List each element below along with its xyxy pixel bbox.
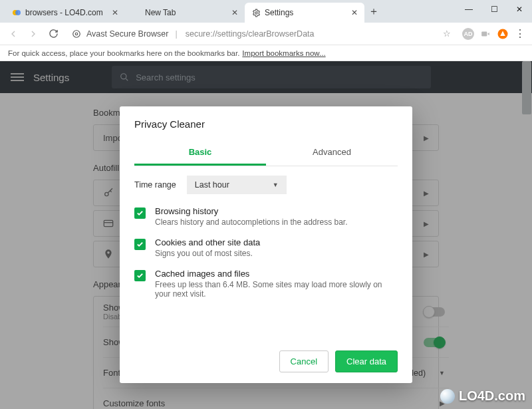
close-icon[interactable]: ✕ [231,8,238,17]
check-desc: Signs you out of most sites. [155,249,260,258]
import-bookmarks-link[interactable]: Import bookmarks now... [242,49,325,57]
extension-icons: AD ⋮ [462,27,527,41]
check-desc: Frees up less than 6.4 MB. Some sites ma… [155,280,398,299]
close-icon[interactable]: ✕ [112,8,118,17]
tab-basic[interactable]: Basic [134,140,266,166]
tab-0[interactable]: browsers - LO4D.com ✕ [5,3,125,23]
dialog-tabs: Basic Advanced [134,140,398,166]
reload-button[interactable] [45,26,61,42]
tab-title: Settings [265,8,347,17]
svg-point-3 [73,30,80,37]
bookmarks-bar: For quick access, place your bookmarks h… [0,45,532,61]
minimize-button[interactable]: — [458,1,480,17]
clear-data-button[interactable]: Clear data [335,350,398,372]
forward-button[interactable] [25,26,41,42]
tab-1[interactable]: New Tab ✕ [125,3,245,23]
tab-strip: browsers - LO4D.com ✕ New Tab ✕ Settings… [0,0,383,23]
close-window-button[interactable]: ✕ [508,1,531,17]
svg-rect-5 [481,31,487,36]
tab-2[interactable]: Settings ✕ [245,3,364,23]
check-browsing-history[interactable]: Browsing history Clears history and auto… [134,201,398,232]
dialog-title: Privacy Cleaner [134,118,398,130]
favicon-icon [132,8,141,17]
check-title: Cookies and other site data [155,237,260,247]
time-range-select[interactable]: Last hour ▼ [187,176,287,194]
star-icon[interactable]: ☆ [443,29,451,39]
favicon-icon [12,8,21,17]
check-desc: Clears history and autocompletions in th… [155,217,348,227]
svg-point-4 [75,33,78,35]
new-tab-button[interactable]: ＋ [364,2,383,21]
address-bar[interactable]: Avast Secure Browser | secure://settings… [65,25,458,43]
check-cache[interactable]: Cached images and files Frees up less th… [134,263,398,304]
window-controls: — ☐ ✕ [458,1,531,17]
brand-label: Avast Secure Browser [86,29,168,39]
tab-title: browsers - LO4D.com [25,8,108,17]
svg-point-2 [255,11,257,13]
tab-title: New Tab [145,8,227,17]
watermark: LO4D.com [440,388,525,404]
gear-icon [251,8,261,17]
close-icon[interactable]: ✕ [351,8,358,17]
back-button[interactable] [5,26,21,42]
secure-icon [72,29,81,39]
watermark-text: LO4D.com [459,388,525,404]
video-icon[interactable] [479,27,492,41]
tab-advanced[interactable]: Advanced [266,140,398,166]
select-value: Last hour [195,180,229,190]
dialog-buttons: Cancel Clear data [134,350,398,372]
check-title: Cached images and files [155,269,398,279]
privacy-cleaner-dialog: Privacy Cleaner Basic Advanced Time rang… [120,106,412,383]
separator: | [175,29,177,39]
cancel-button[interactable]: Cancel [279,350,329,372]
chevron-down-icon: ▼ [273,182,279,188]
url-text: secure://settings/clearBrowserData [186,29,438,39]
titlebar: browsers - LO4D.com ✕ New Tab ✕ Settings… [0,0,532,23]
time-range-row: Time range Last hour ▼ [134,166,398,201]
globe-icon [440,389,455,404]
avast-icon[interactable] [496,27,509,41]
check-title: Browsing history [155,206,348,216]
svg-point-1 [15,10,21,15]
checkbox-icon[interactable] [134,270,146,281]
maximize-button[interactable]: ☐ [483,1,505,17]
check-cookies[interactable]: Cookies and other site data Signs you ou… [134,232,398,263]
checkbox-icon[interactable] [134,239,146,250]
bookmarks-hint: For quick access, place your bookmarks h… [8,49,239,57]
time-range-label: Time range [134,180,176,190]
adblock-icon[interactable]: AD [462,27,475,41]
menu-icon[interactable]: ⋮ [513,27,527,41]
checkbox-icon[interactable] [134,207,146,219]
toolbar: Avast Secure Browser | secure://settings… [0,23,532,45]
